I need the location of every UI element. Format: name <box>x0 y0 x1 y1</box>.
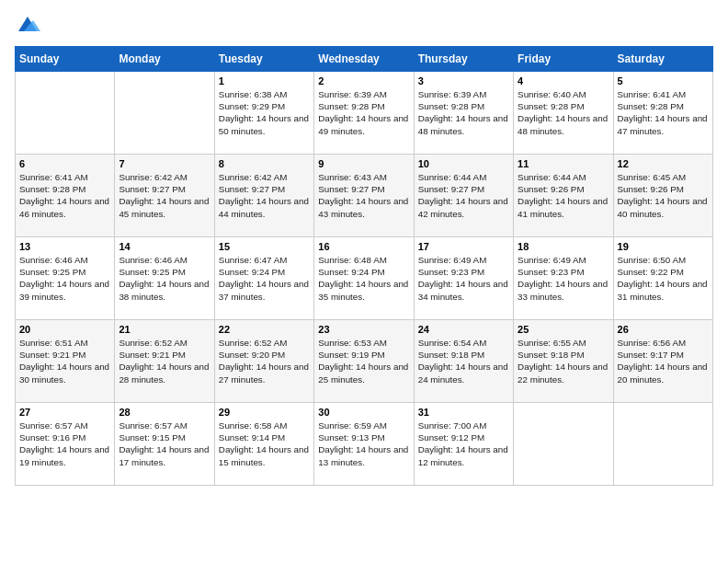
day-cell: 8Sunrise: 6:42 AM Sunset: 9:27 PM Daylig… <box>214 155 313 237</box>
day-number: 13 <box>19 241 110 252</box>
day-number: 24 <box>418 324 509 335</box>
week-row-4: 20Sunrise: 6:51 AM Sunset: 9:21 PM Dayli… <box>16 320 713 403</box>
day-number: 17 <box>418 241 509 252</box>
day-info: Sunrise: 6:49 AM Sunset: 9:23 PM Dayligh… <box>418 254 509 303</box>
day-info: Sunrise: 6:44 AM Sunset: 9:26 PM Dayligh… <box>518 171 609 220</box>
day-number: 3 <box>418 75 509 86</box>
day-number: 27 <box>19 407 110 418</box>
day-info: Sunrise: 6:57 AM Sunset: 9:15 PM Dayligh… <box>119 419 210 468</box>
col-header-thursday: Thursday <box>414 47 513 72</box>
day-cell: 3Sunrise: 6:39 AM Sunset: 9:28 PM Daylig… <box>414 72 513 155</box>
col-header-monday: Monday <box>115 47 214 72</box>
col-header-sunday: Sunday <box>16 47 115 72</box>
logo-icon <box>15 15 40 35</box>
day-number: 8 <box>219 158 310 169</box>
day-cell: 21Sunrise: 6:52 AM Sunset: 9:21 PM Dayli… <box>115 320 214 403</box>
day-info: Sunrise: 6:47 AM Sunset: 9:24 PM Dayligh… <box>219 254 310 303</box>
day-info: Sunrise: 6:46 AM Sunset: 9:25 PM Dayligh… <box>19 254 110 303</box>
day-number: 2 <box>318 75 409 86</box>
day-number: 12 <box>618 158 709 169</box>
day-cell: 15Sunrise: 6:47 AM Sunset: 9:24 PM Dayli… <box>214 237 313 320</box>
day-info: Sunrise: 6:43 AM Sunset: 9:27 PM Dayligh… <box>318 171 409 220</box>
day-number: 22 <box>219 324 310 335</box>
calendar-header-row: SundayMondayTuesdayWednesdayThursdayFrid… <box>16 47 713 72</box>
day-cell: 10Sunrise: 6:44 AM Sunset: 9:27 PM Dayli… <box>414 155 513 237</box>
day-cell: 17Sunrise: 6:49 AM Sunset: 9:23 PM Dayli… <box>414 237 513 320</box>
day-number: 29 <box>219 407 310 418</box>
day-number: 18 <box>518 241 609 252</box>
day-cell: 4Sunrise: 6:40 AM Sunset: 9:28 PM Daylig… <box>514 72 613 155</box>
day-number: 21 <box>119 324 210 335</box>
day-info: Sunrise: 6:46 AM Sunset: 9:25 PM Dayligh… <box>119 254 210 303</box>
day-number: 14 <box>119 241 210 252</box>
day-cell: 19Sunrise: 6:50 AM Sunset: 9:22 PM Dayli… <box>613 237 712 320</box>
week-row-1: 1Sunrise: 6:38 AM Sunset: 9:29 PM Daylig… <box>16 72 713 155</box>
day-cell: 26Sunrise: 6:56 AM Sunset: 9:17 PM Dayli… <box>613 320 712 403</box>
day-info: Sunrise: 6:40 AM Sunset: 9:28 PM Dayligh… <box>518 88 609 137</box>
day-cell: 29Sunrise: 6:58 AM Sunset: 9:14 PM Dayli… <box>214 403 313 486</box>
day-cell <box>514 403 613 486</box>
day-info: Sunrise: 6:44 AM Sunset: 9:27 PM Dayligh… <box>418 171 509 220</box>
day-cell <box>16 72 115 155</box>
day-info: Sunrise: 6:55 AM Sunset: 9:18 PM Dayligh… <box>518 337 609 385</box>
day-info: Sunrise: 6:42 AM Sunset: 9:27 PM Dayligh… <box>119 171 210 220</box>
week-row-2: 6Sunrise: 6:41 AM Sunset: 9:28 PM Daylig… <box>16 155 713 237</box>
day-cell: 13Sunrise: 6:46 AM Sunset: 9:25 PM Dayli… <box>16 237 115 320</box>
day-number: 23 <box>318 324 409 335</box>
day-cell: 23Sunrise: 6:53 AM Sunset: 9:19 PM Dayli… <box>314 320 414 403</box>
day-info: Sunrise: 6:38 AM Sunset: 9:29 PM Dayligh… <box>219 88 310 137</box>
day-cell: 7Sunrise: 6:42 AM Sunset: 9:27 PM Daylig… <box>115 155 214 237</box>
day-info: Sunrise: 6:53 AM Sunset: 9:19 PM Dayligh… <box>318 337 409 385</box>
day-number: 4 <box>518 75 609 86</box>
day-info: Sunrise: 6:52 AM Sunset: 9:20 PM Dayligh… <box>219 337 310 385</box>
day-info: Sunrise: 6:45 AM Sunset: 9:26 PM Dayligh… <box>618 171 709 220</box>
calendar-table: SundayMondayTuesdayWednesdayThursdayFrid… <box>15 46 713 486</box>
day-cell: 16Sunrise: 6:48 AM Sunset: 9:24 PM Dayli… <box>314 237 414 320</box>
day-info: Sunrise: 6:41 AM Sunset: 9:28 PM Dayligh… <box>19 171 110 220</box>
day-cell <box>115 72 214 155</box>
day-number: 15 <box>219 241 310 252</box>
day-cell: 31Sunrise: 7:00 AM Sunset: 9:12 PM Dayli… <box>414 403 513 486</box>
day-cell: 28Sunrise: 6:57 AM Sunset: 9:15 PM Dayli… <box>115 403 214 486</box>
day-number: 19 <box>618 241 709 252</box>
day-info: Sunrise: 6:56 AM Sunset: 9:17 PM Dayligh… <box>618 337 709 385</box>
day-number: 6 <box>19 158 110 169</box>
col-header-wednesday: Wednesday <box>314 47 414 72</box>
day-cell: 20Sunrise: 6:51 AM Sunset: 9:21 PM Dayli… <box>16 320 115 403</box>
day-info: Sunrise: 6:39 AM Sunset: 9:28 PM Dayligh… <box>418 88 509 137</box>
day-info: Sunrise: 6:50 AM Sunset: 9:22 PM Dayligh… <box>618 254 709 303</box>
day-info: Sunrise: 6:51 AM Sunset: 9:21 PM Dayligh… <box>19 337 110 385</box>
day-cell: 11Sunrise: 6:44 AM Sunset: 9:26 PM Dayli… <box>514 155 613 237</box>
day-number: 7 <box>119 158 210 169</box>
day-cell: 9Sunrise: 6:43 AM Sunset: 9:27 PM Daylig… <box>314 155 414 237</box>
logo <box>15 15 44 35</box>
day-info: Sunrise: 6:58 AM Sunset: 9:14 PM Dayligh… <box>219 419 310 468</box>
day-number: 5 <box>618 75 709 86</box>
day-number: 16 <box>318 241 409 252</box>
day-info: Sunrise: 6:57 AM Sunset: 9:16 PM Dayligh… <box>19 419 110 468</box>
day-info: Sunrise: 6:49 AM Sunset: 9:23 PM Dayligh… <box>518 254 609 303</box>
day-info: Sunrise: 6:54 AM Sunset: 9:18 PM Dayligh… <box>418 337 509 385</box>
day-number: 10 <box>418 158 509 169</box>
day-cell <box>613 403 712 486</box>
day-cell: 5Sunrise: 6:41 AM Sunset: 9:28 PM Daylig… <box>613 72 712 155</box>
day-info: Sunrise: 6:52 AM Sunset: 9:21 PM Dayligh… <box>119 337 210 385</box>
day-info: Sunrise: 6:48 AM Sunset: 9:24 PM Dayligh… <box>318 254 409 303</box>
day-cell: 14Sunrise: 6:46 AM Sunset: 9:25 PM Dayli… <box>115 237 214 320</box>
day-number: 31 <box>418 407 509 418</box>
day-number: 9 <box>318 158 409 169</box>
day-info: Sunrise: 6:41 AM Sunset: 9:28 PM Dayligh… <box>618 88 709 137</box>
day-info: Sunrise: 6:39 AM Sunset: 9:28 PM Dayligh… <box>318 88 409 137</box>
day-number: 1 <box>219 75 310 86</box>
page-header <box>15 15 713 35</box>
day-number: 11 <box>518 158 609 169</box>
week-row-5: 27Sunrise: 6:57 AM Sunset: 9:16 PM Dayli… <box>16 403 713 486</box>
day-cell: 1Sunrise: 6:38 AM Sunset: 9:29 PM Daylig… <box>214 72 313 155</box>
day-number: 30 <box>318 407 409 418</box>
week-row-3: 13Sunrise: 6:46 AM Sunset: 9:25 PM Dayli… <box>16 237 713 320</box>
col-header-tuesday: Tuesday <box>214 47 313 72</box>
day-number: 25 <box>518 324 609 335</box>
day-info: Sunrise: 7:00 AM Sunset: 9:12 PM Dayligh… <box>418 419 509 468</box>
day-cell: 2Sunrise: 6:39 AM Sunset: 9:28 PM Daylig… <box>314 72 414 155</box>
day-info: Sunrise: 6:59 AM Sunset: 9:13 PM Dayligh… <box>318 419 409 468</box>
